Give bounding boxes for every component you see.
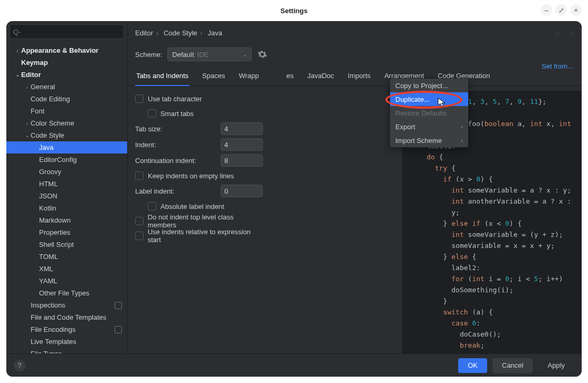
chevron-icon: › [23,84,31,90]
sidebar-item-file-encodings[interactable]: File Encodings [6,323,127,336]
indent-label: Indent: [135,141,156,149]
close-button[interactable]: × [570,4,582,16]
scheme-actions-gear-icon[interactable] [257,49,268,60]
menu-item-copy-to-project-[interactable]: Copy to Project... [390,79,468,92]
sidebar-item-label: HTML [39,180,58,188]
use-tab-checkbox[interactable] [135,94,144,103]
codestyle-tabs: Tabs and IndentsSpacesWrappesJavaDocImpo… [128,64,582,86]
tab-spaces[interactable]: Spaces [201,69,226,85]
chevron-icon: ⌄ [23,132,31,139]
sidebar-item-shell-script[interactable]: Shell Script [6,238,127,251]
ok-button[interactable]: OK [458,358,487,373]
tab-imports[interactable]: Imports [347,69,372,85]
settings-tree: ›Appearance & BehaviorKeymap⌄Editor›Gene… [6,42,127,353]
cancel-button[interactable]: Cancel [492,358,533,373]
sidebar-item-label: Appearance & Behavior [21,46,99,54]
sidebar-item-html[interactable]: HTML [6,178,127,190]
sidebar-item-label: Font [31,107,44,115]
crumb-java: Java [208,29,222,37]
scope-badge-icon [115,326,122,333]
indent-input[interactable]: 4 [221,138,263,151]
scheme-select[interactable]: DefaultIDE ⌄ [167,47,252,61]
tab-javadoc[interactable]: JavaDoc [306,69,335,85]
sidebar-item-code-style[interactable]: ⌄Code Style [6,129,127,141]
forward-arrow-icon[interactable]: → [567,29,574,37]
sidebar-item-groovy[interactable]: Groovy [6,166,127,178]
menu-item-duplicate-[interactable]: Duplicate... [390,92,468,106]
sidebar-item-inspections[interactable]: Inspections [6,299,127,311]
sidebar-item-label: File Encodings [31,325,75,333]
sidebar-item-label: Other File Types [39,289,89,297]
back-arrow-icon[interactable]: ← [554,29,561,37]
sidebar-item-label: Color Scheme [31,119,74,127]
sidebar-item-label: EditorConfig [39,156,77,164]
no-toplevel-checkbox[interactable] [135,217,144,225]
smart-tabs-checkbox[interactable] [148,109,156,118]
sidebar-item-toml[interactable]: TOML [6,251,127,263]
crumb-editor[interactable]: Editor [135,29,153,37]
label-indent-label: Label indent: [135,187,174,195]
set-from-link[interactable]: Set from... [542,62,573,70]
sidebar-item-font[interactable]: Font [6,105,127,117]
tab-wrapp[interactable]: Wrapp [238,69,260,85]
sidebar-item-live-templates[interactable]: Live Templates [6,336,127,348]
minimize-button[interactable]: – [540,4,552,16]
indent-settings-pane: Use tab character Smart tabs Tab size:4 … [128,86,270,353]
menu-item-import-scheme[interactable]: Import Scheme› [390,133,468,147]
sidebar-item-kotlin[interactable]: Kotlin [6,202,127,214]
sidebar-item-appearance-behavior[interactable]: ›Appearance & Behavior [6,44,127,56]
search-input[interactable]: Q- [10,24,124,39]
sidebar-item-code-editing[interactable]: Code Editing [6,93,127,105]
crumb-codestyle[interactable]: Code Style [164,29,197,37]
sidebar-item-label: General [31,83,55,91]
submenu-arrow-icon: › [461,137,463,143]
sidebar-item-markdown[interactable]: Markdown [6,214,127,226]
tab-hidden[interactable] [271,69,273,85]
sidebar-item-label: Java [39,143,53,151]
label-indent-input[interactable]: 0 [221,185,263,197]
sidebar-item-xml[interactable]: XML [6,263,127,275]
sidebar-item-label: JSON [39,192,58,200]
sidebar-item-color-scheme[interactable]: ›Color Scheme [6,117,127,129]
sidebar-item-yaml[interactable]: YAML [6,275,127,287]
sidebar-item-label: YAML [39,277,57,285]
cont-indent-input[interactable]: 8 [221,154,263,167]
scheme-actions-menu: Copy to Project...Duplicate...Restore De… [390,78,469,148]
menu-item-restore-defaults: Restore Defaults [390,106,468,120]
sidebar-item-editorconfig[interactable]: EditorConfig [6,154,127,166]
sidebar-item-keymap[interactable]: Keymap [6,56,127,69]
cont-indent-label: Continuation indent: [135,157,196,165]
sidebar-item-label: Properties [39,228,70,236]
maximize-button[interactable]: ⤢ [555,4,567,16]
dialog-footer: ? OK Cancel Apply [6,353,582,377]
tab-size-input[interactable]: 4 [221,122,263,135]
help-button[interactable]: ? [14,360,25,371]
sidebar-item-label: Keymap [21,59,48,66]
scope-badge-icon [115,302,122,309]
use-tab-label: Use tab character [148,95,202,103]
breadcrumb: Editor› Code Style› Java [135,29,222,37]
tab-es[interactable]: es [285,69,295,85]
menu-item-export[interactable]: Export› [390,120,468,133]
titlebar: Settings – ⤢ × [0,0,588,21]
sidebar-item-file-and-code-templates[interactable]: File and Code Templates [6,311,127,323]
sidebar-item-editor[interactable]: ⌄Editor [6,69,127,81]
tab-tabs-and-indents[interactable]: Tabs and Indents [135,69,189,86]
abs-label-checkbox[interactable] [148,202,156,210]
chevron-down-icon: ⌄ [243,52,247,58]
sidebar-item-other-file-types[interactable]: Other File Types [6,287,127,299]
apply-button[interactable]: Apply [538,358,574,373]
keep-empty-checkbox[interactable] [135,171,144,180]
sidebar-item-label: Markdown [39,216,71,224]
search-icon: Q- [13,28,21,36]
scheme-label: Scheme: [135,51,162,59]
sidebar-item-general[interactable]: ›General [6,81,127,93]
sidebar-item-json[interactable]: JSON [6,190,127,202]
chevron-icon: › [23,120,31,127]
settings-content: Editor› Code Style› Java ← → Scheme: Def… [128,21,582,353]
sidebar-item-file-types[interactable]: File Types [6,348,127,353]
sidebar-item-java[interactable]: Java [6,141,127,154]
relative-indents-label: Use indents relative to expression start [148,228,263,244]
relative-indents-checkbox[interactable] [135,232,144,240]
sidebar-item-properties[interactable]: Properties [6,226,127,238]
